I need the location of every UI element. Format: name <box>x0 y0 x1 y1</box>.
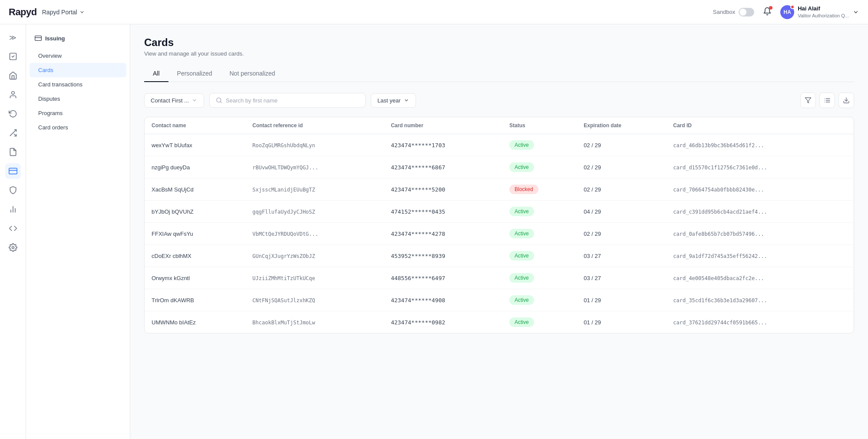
status-badge: Active <box>509 140 534 150</box>
settings-icon-button[interactable] <box>5 240 21 255</box>
status-badge: Active <box>509 295 534 305</box>
columns-button[interactable] <box>819 92 835 108</box>
table-row[interactable]: wexYwT bUufax RooZqGLMRGshUbdqNLyn 42347… <box>145 134 854 156</box>
developers-icon-button[interactable] <box>5 221 21 236</box>
tab-all[interactable]: All <box>144 66 168 82</box>
table-row[interactable]: nzgiPg dueyDa rBUvwOHLTDWQymYQGJ... 4234… <box>145 156 854 178</box>
cell-contact-name: nzgiPg dueyDa <box>145 156 245 178</box>
contact-filter-chevron-icon <box>191 97 198 103</box>
collapse-sidebar-button[interactable]: ≫ <box>5 30 21 45</box>
svg-rect-10 <box>35 36 42 41</box>
analytics-icon-button[interactable] <box>5 201 21 217</box>
col-contact-ref: Contact reference id <box>245 117 384 134</box>
sidebar-item-overview[interactable]: Overview <box>30 49 126 63</box>
avatar-status-dot <box>790 5 795 9</box>
table-row[interactable]: TrlrOm dKAWRB CNtFNjSQASutJlzxhKZQ 42347… <box>145 289 854 311</box>
table-row[interactable]: XacBsM SqUjCd SxjsscMLanidjEUuBgTZ 42347… <box>145 178 854 201</box>
cell-card-number: 423474******0982 <box>384 311 502 333</box>
cell-status: Active <box>502 156 577 178</box>
card-tabs: All Personalized Not personalized <box>144 66 854 82</box>
table-header-row: Contact name Contact reference id Card n… <box>145 117 854 134</box>
cards-table: Contact name Contact reference id Card n… <box>144 117 854 333</box>
filter-icon <box>805 97 812 104</box>
table-row[interactable]: cDoEXr cblhMX GUnCqjXJugrYzWsZObJZ 45395… <box>145 245 854 267</box>
cell-status: Active <box>502 245 577 267</box>
documents-icon-button[interactable] <box>5 144 21 160</box>
cell-status: Active <box>502 134 577 156</box>
sidebar-item-card-orders[interactable]: Card orders <box>30 120 126 135</box>
sandbox-switch[interactable] <box>739 8 754 17</box>
sidebar-item-disputes[interactable]: Disputes <box>30 92 126 106</box>
table-row[interactable]: FFXIAw qwFsYu VbMCtQeJYRDUQoVDtG... 4234… <box>145 223 854 245</box>
user-info: Hai Alaif Valitor Authorization Q... <box>798 5 849 19</box>
col-card-id: Card ID <box>666 117 854 134</box>
cell-contact-ref: BhcaokBlxMuTjStJmoLw <box>245 311 384 333</box>
notifications-button[interactable] <box>763 7 772 17</box>
cell-expiration: 02 / 29 <box>577 134 666 156</box>
cell-expiration: 01 / 29 <box>577 311 666 333</box>
cell-card-id: card_70664754ab0fbbb82430e... <box>666 178 854 201</box>
top-bar-right: Sandbox HA Hai Alaif Valitor Authorizati… <box>713 5 859 19</box>
user-subtitle: Valitor Authorization Q... <box>798 13 849 19</box>
date-filter-dropdown[interactable]: Last year <box>371 93 416 108</box>
cell-contact-ref: RooZqGLMRGshUbdqNLyn <box>245 134 384 156</box>
cell-card-number: 423474******4278 <box>384 223 502 245</box>
cell-expiration: 01 / 29 <box>577 289 666 311</box>
col-status: Status <box>502 117 577 134</box>
cell-card-number: 423474******1703 <box>384 134 502 156</box>
cell-card-id: card_4e00548e405dbaca2fc2e... <box>666 267 854 289</box>
cell-card-number: 423474******5200 <box>384 178 502 201</box>
status-badge: Active <box>509 251 534 261</box>
cell-contact-ref: CNtFNjSQASutJlzxhKZQ <box>245 289 384 311</box>
tasks-icon-button[interactable] <box>5 49 21 64</box>
table-row[interactable]: Orwymx kGzntl UJziiZMhMtiTzUTkUCqe 44855… <box>145 267 854 289</box>
cell-card-id: card_0afe8b65b7cb07bd57496... <box>666 223 854 245</box>
payouts-icon-button[interactable] <box>5 125 21 141</box>
logo-area: Rapyd Rapyd Portal <box>9 7 85 18</box>
cell-contact-ref: gqgFllufaUydJyCJHoSZ <box>245 201 384 223</box>
logo: Rapyd <box>9 7 37 18</box>
contacts-icon-button[interactable] <box>5 87 21 102</box>
contact-filter-dropdown[interactable]: Contact First ... <box>144 93 204 108</box>
tab-personalized[interactable]: Personalized <box>168 66 221 82</box>
cell-card-number: 448556******6497 <box>384 267 502 289</box>
portal-selector[interactable]: Rapyd Portal <box>42 9 85 16</box>
cell-contact-ref: VbMCtQeJYRDUQoVDtG... <box>245 223 384 245</box>
sandbox-label: Sandbox <box>713 9 735 15</box>
cell-contact-name: cDoEXr cblhMX <box>145 245 245 267</box>
sandbox-toggle[interactable]: Sandbox <box>713 8 754 17</box>
svg-point-9 <box>12 247 14 249</box>
compliance-icon-button[interactable] <box>5 182 21 198</box>
sidebar-item-cards[interactable]: Cards <box>30 63 126 77</box>
filter-button[interactable] <box>800 92 816 108</box>
search-box[interactable] <box>209 93 366 108</box>
cell-card-number: 453952******8939 <box>384 245 502 267</box>
cell-card-number: 474152******0435 <box>384 201 502 223</box>
cell-card-id: card_37621dd29744cf0591b665... <box>666 311 854 333</box>
cell-contact-ref: UJziiZMhMtiTzUTkUCqe <box>245 267 384 289</box>
svg-point-1 <box>11 92 14 95</box>
cell-contact-name: TrlrOm dKAWRB <box>145 289 245 311</box>
user-menu[interactable]: HA Hai Alaif Valitor Authorization Q... <box>780 5 859 19</box>
sidebar-item-programs[interactable]: Programs <box>30 106 126 120</box>
cell-status: Active <box>502 223 577 245</box>
search-input[interactable] <box>226 97 359 104</box>
table-row[interactable]: bYJbOj bQVUhZ gqgFllufaUydJyCJHoSZ 47415… <box>145 201 854 223</box>
cell-expiration: 04 / 29 <box>577 201 666 223</box>
download-button[interactable] <box>838 92 854 108</box>
cell-expiration: 02 / 29 <box>577 223 666 245</box>
tab-not-personalized[interactable]: Not personalized <box>221 66 284 82</box>
nav-section-header: Issuing <box>26 31 130 49</box>
content-area: ≫ <box>0 24 868 439</box>
filters-row: Contact First ... Last year <box>144 92 854 108</box>
columns-icon <box>824 97 831 104</box>
nav-sidebar: Issuing Overview Cards Card transactions… <box>26 24 130 439</box>
home-icon-button[interactable] <box>5 68 21 83</box>
issuing-icon-button[interactable] <box>5 106 21 122</box>
col-contact-name: Contact name <box>145 117 245 134</box>
toggle-knob <box>739 9 746 16</box>
avatar: HA <box>780 5 794 19</box>
sidebar-item-card-transactions[interactable]: Card transactions <box>30 77 126 92</box>
cards-icon-button[interactable] <box>5 163 21 179</box>
table-row[interactable]: UMWNMo bIAtEz BhcaokBlxMuTjStJmoLw 42347… <box>145 311 854 333</box>
